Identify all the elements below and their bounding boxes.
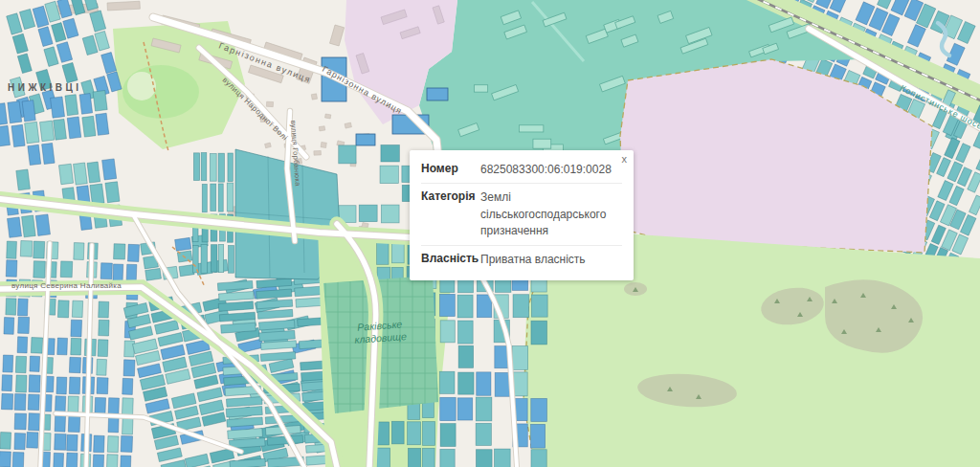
land-parcel[interactable] <box>6 260 17 278</box>
land-parcel[interactable] <box>531 321 547 345</box>
land-parcel[interactable] <box>228 153 233 182</box>
land-parcel[interactable] <box>2 375 12 391</box>
land-parcel[interactable] <box>14 393 26 410</box>
land-parcel[interactable] <box>439 294 455 316</box>
land-parcel[interactable] <box>476 423 491 445</box>
land-parcel[interactable] <box>82 116 96 137</box>
land-parcel[interactable] <box>31 338 42 354</box>
land-parcel[interactable] <box>56 396 66 412</box>
land-parcel[interactable] <box>42 143 55 164</box>
land-parcel[interactable] <box>531 424 546 448</box>
land-parcel[interactable] <box>22 100 35 122</box>
land-parcel[interactable] <box>12 452 24 467</box>
land-parcel[interactable] <box>513 372 527 396</box>
land-parcel[interactable] <box>0 433 11 450</box>
map-viewport[interactable]: Гарнізонна вулицяГарнізонна вулицявулиця… <box>0 0 980 467</box>
land-parcel[interactable] <box>14 413 27 430</box>
land-parcel[interactable] <box>210 153 216 181</box>
land-parcel[interactable] <box>458 345 473 367</box>
land-parcel[interactable] <box>339 145 356 164</box>
land-parcel[interactable] <box>179 265 194 277</box>
land-parcel[interactable] <box>71 338 81 355</box>
land-parcel[interactable] <box>11 124 25 146</box>
land-parcel[interactable] <box>99 301 109 318</box>
land-parcel[interactable] <box>531 450 546 467</box>
land-parcel[interactable] <box>96 113 109 135</box>
land-parcel[interactable] <box>512 345 527 369</box>
land-parcel[interactable] <box>28 394 39 411</box>
land-parcel[interactable] <box>359 205 377 222</box>
land-parcel[interactable] <box>35 214 50 235</box>
land-parcel[interactable] <box>60 261 73 278</box>
land-parcel[interactable] <box>33 261 46 278</box>
land-parcel[interactable] <box>0 452 11 467</box>
land-parcel[interactable] <box>94 435 104 453</box>
land-parcel[interactable] <box>122 417 133 434</box>
land-parcel[interactable] <box>95 397 106 414</box>
land-parcel[interactable] <box>513 295 529 318</box>
land-parcel[interactable] <box>90 184 104 205</box>
land-parcel[interactable] <box>68 415 79 432</box>
land-parcel[interactable] <box>218 184 223 211</box>
land-parcel[interactable] <box>93 91 107 112</box>
land-parcel[interactable] <box>87 162 100 183</box>
land-parcel[interactable] <box>40 121 55 142</box>
land-parcel[interactable] <box>126 264 137 280</box>
land-parcel[interactable] <box>408 448 420 467</box>
land-parcel[interactable] <box>175 237 191 251</box>
land-parcel[interactable] <box>440 449 455 467</box>
land-parcel[interactable] <box>422 448 434 467</box>
land-parcel[interactable] <box>69 357 80 372</box>
popup-close-button[interactable]: x <box>620 152 630 167</box>
land-parcel[interactable] <box>65 95 78 116</box>
land-parcel[interactable] <box>55 414 66 432</box>
land-parcel[interactable] <box>54 453 64 467</box>
land-parcel[interactable] <box>97 359 107 375</box>
land-parcel[interactable] <box>113 264 123 281</box>
land-parcel[interactable] <box>227 183 234 211</box>
land-parcel[interactable] <box>440 321 455 343</box>
land-parcel[interactable] <box>8 101 22 123</box>
land-parcel[interactable] <box>114 244 125 259</box>
land-parcel[interactable] <box>477 372 491 395</box>
land-parcel[interactable] <box>422 422 434 446</box>
land-parcel[interactable] <box>211 245 217 272</box>
land-parcel[interactable] <box>56 377 67 394</box>
land-parcel[interactable] <box>7 241 17 258</box>
land-parcel[interactable] <box>228 245 234 273</box>
land-parcel[interactable] <box>57 338 68 355</box>
land-parcel[interactable] <box>28 145 41 165</box>
land-parcel[interactable] <box>102 159 117 180</box>
land-parcel[interactable] <box>4 318 14 335</box>
land-parcel[interactable] <box>476 397 492 421</box>
land-parcel[interactable] <box>29 413 40 431</box>
land-parcel[interactable] <box>3 355 13 372</box>
land-parcel[interactable] <box>57 300 69 318</box>
land-parcel[interactable] <box>16 169 31 190</box>
land-parcel[interactable] <box>106 455 118 467</box>
land-parcel[interactable] <box>14 434 26 450</box>
land-parcel[interactable] <box>193 153 199 181</box>
land-parcel[interactable] <box>531 398 547 421</box>
land-parcel[interactable] <box>27 433 38 449</box>
land-parcel[interactable] <box>531 295 547 317</box>
land-parcel[interactable] <box>122 398 134 415</box>
land-parcel[interactable] <box>380 166 398 183</box>
land-parcel[interactable] <box>440 424 456 447</box>
land-parcel[interactable] <box>68 396 78 412</box>
land-parcel[interactable] <box>108 398 119 415</box>
land-parcel[interactable] <box>15 356 26 373</box>
land-parcel[interactable] <box>477 295 491 318</box>
land-parcel[interactable] <box>457 398 473 420</box>
land-parcel[interactable] <box>6 299 16 316</box>
land-parcel[interactable] <box>377 448 390 467</box>
land-parcel[interactable] <box>93 455 104 467</box>
land-parcel[interactable] <box>17 299 28 316</box>
land-parcel[interactable] <box>25 122 39 144</box>
land-parcel[interactable] <box>67 117 81 139</box>
land-parcel[interactable] <box>408 422 421 445</box>
land-parcel[interactable] <box>98 340 108 357</box>
land-parcel[interactable] <box>211 184 216 211</box>
land-parcel[interactable] <box>391 421 404 444</box>
land-parcel[interactable] <box>72 300 82 318</box>
